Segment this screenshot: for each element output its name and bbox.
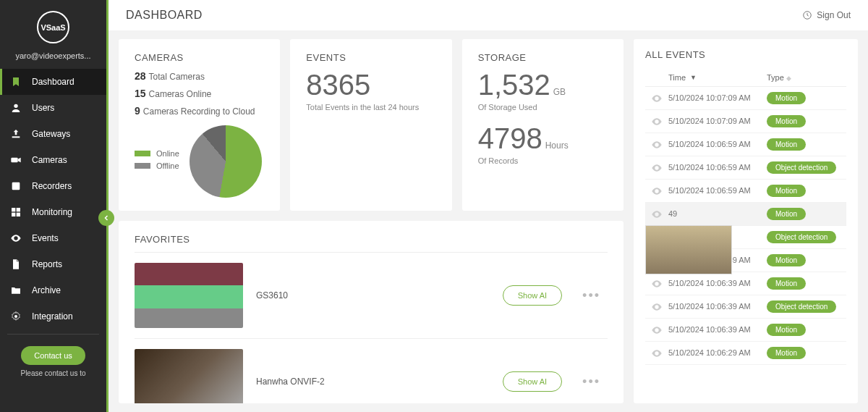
nav-label: Cameras — [32, 155, 67, 165]
events-card: EVENTS 8365 Total Events in the last 24 … — [290, 39, 451, 211]
camera-thumbnail[interactable] — [135, 349, 243, 403]
file-icon — [10, 258, 22, 270]
event-time: 5/10/2024 10:06:29 AM — [668, 348, 767, 358]
svg-point-0 — [14, 104, 17, 108]
event-row[interactable]: 5/10/2024 10:07:09 AMMotion — [645, 110, 846, 133]
cameras-card-title: CAMERAS — [135, 52, 264, 63]
sidebar-item-cameras[interactable]: Cameras — [0, 147, 106, 173]
contact-us-button[interactable]: Contact us — [21, 346, 85, 365]
eye-icon — [645, 139, 668, 151]
sidebar-nav: DashboardUsersGatewaysCamerasRecordersMo… — [0, 69, 106, 329]
sidebar-item-reports[interactable]: Reports — [0, 251, 106, 277]
chevron-left-icon — [102, 214, 111, 222]
svg-rect-1 — [12, 136, 20, 138]
event-row[interactable]: 5/10/2024 10:06:59 AMMotion — [645, 180, 846, 203]
eye-icon — [645, 301, 668, 313]
nav-label: Users — [32, 103, 54, 113]
storage-hours-value: 4798 — [478, 122, 542, 154]
col-type-header[interactable]: Type ◆ — [767, 73, 846, 82]
total-cameras-label: Total Cameras — [149, 72, 205, 82]
more-options-icon[interactable]: ••• — [575, 374, 608, 390]
eye-icon — [10, 232, 22, 244]
eye-icon — [645, 162, 668, 174]
all-events-title: ALL EVENTS — [645, 49, 846, 60]
storage-card-title: STORAGE — [478, 52, 608, 63]
event-row[interactable]: 5/10/2024 10:06:29 AMMotion — [645, 342, 846, 365]
svg-point-9 — [14, 315, 17, 318]
eye-icon — [645, 116, 668, 127]
sidebar-item-events[interactable]: Events — [0, 225, 106, 251]
favorite-camera-name: Hanwha ONVIF-2 — [256, 377, 490, 387]
event-type-badge: Object detection — [767, 231, 836, 243]
event-row[interactable]: 5/10/2024 10:06:39 AMObject detection — [645, 295, 846, 319]
favorites-title: FAVORITES — [135, 234, 608, 245]
brand-logo: VSaaS — [0, 0, 106, 47]
svg-rect-2 — [11, 158, 17, 163]
user-email: yaro@videoexperts... — [0, 47, 106, 69]
sidebar-item-recorders[interactable]: Recorders — [0, 173, 106, 199]
event-time: 5/10/2024 10:06:39 AM — [668, 279, 767, 288]
favorite-row: Hanwha ONVIF-2Show AI••• — [135, 339, 608, 403]
sidebar-item-monitoring[interactable]: Monitoring — [0, 199, 106, 225]
event-row[interactable]: 5/10/2024 10:06:59 AMMotion — [645, 133, 846, 156]
user-icon — [10, 102, 22, 114]
event-type-badge: Motion — [767, 115, 806, 127]
event-type-badge: Object detection — [767, 161, 836, 174]
storage-size-unit: GB — [553, 87, 566, 97]
events-card-title: EVENTS — [306, 52, 435, 63]
show-ai-button[interactable]: Show AI — [503, 371, 562, 392]
camera-icon — [10, 154, 22, 166]
folder-icon — [10, 285, 22, 296]
show-ai-button[interactable]: Show AI — [503, 285, 562, 306]
nav-label: Events — [32, 233, 59, 243]
svg-rect-5 — [12, 208, 15, 211]
nav-label: Recorders — [32, 181, 72, 191]
event-row[interactable]: 5/10/2024 10:07:09 AMMotion — [645, 87, 846, 110]
brand-logo-circle: VSaaS — [37, 11, 69, 43]
sidebar-collapse-button[interactable] — [98, 210, 114, 226]
all-events-panel: ALL EVENTS Time ▼ Type ◆ 5/10/2024 10:07… — [634, 39, 858, 403]
event-time: 5/10/2024 10:07:09 AM — [668, 93, 767, 103]
sidebar-item-dashboard[interactable]: Dashboard — [0, 69, 106, 95]
sort-icon: ◆ — [786, 75, 791, 82]
sidebar-item-archive[interactable]: Archive — [0, 277, 106, 303]
event-row[interactable]: 5/10/2024 10:06:39 AMMotion — [645, 272, 846, 295]
event-time: 5/10/2024 10:06:39 AM — [668, 325, 767, 335]
camera-status-pie-chart — [190, 125, 262, 198]
event-type-badge: Motion — [767, 208, 806, 220]
event-type-badge: Motion — [767, 347, 806, 359]
sidebar: VSaaS yaro@videoexperts... DashboardUser… — [0, 0, 109, 412]
legend-offline-label: Offline — [156, 161, 179, 170]
event-row[interactable]: 5/10/2024 10:06:59 AMObject detection — [645, 156, 846, 180]
event-row[interactable]: 5/10/2024 10:06:39 AMMotion — [645, 319, 846, 342]
upload-icon — [10, 128, 22, 140]
contact-note: Please contact us to — [0, 369, 106, 377]
storage-size-value: 1,532 — [478, 69, 550, 101]
eye-icon — [645, 324, 668, 336]
event-time: 5/10/2024 10:07:09 AM — [668, 117, 767, 126]
pie-legend: Online Offline — [135, 149, 179, 174]
event-type-badge: Motion — [767, 277, 806, 290]
event-row[interactable]: 49Motion — [645, 203, 846, 226]
sidebar-item-gateways[interactable]: Gateways — [0, 121, 106, 147]
online-cameras-label: Cameras Online — [149, 89, 212, 99]
sign-out-link[interactable]: Sign Out — [802, 10, 851, 20]
nav-label: Dashboard — [32, 77, 75, 87]
event-type-badge: Motion — [767, 185, 806, 197]
col-time-header[interactable]: Time ▼ — [668, 73, 767, 82]
cloud-cameras-label: Cameras Recording to Cloud — [143, 106, 255, 117]
events-value: 8365 — [306, 70, 435, 99]
more-options-icon[interactable]: ••• — [575, 288, 608, 303]
main: DASHBOARD Sign Out CAMERAS 28Total Camer… — [109, 0, 868, 412]
sign-out-icon — [802, 10, 812, 20]
event-preview-thumbnail — [645, 225, 732, 274]
eye-icon — [645, 348, 668, 359]
sidebar-item-users[interactable]: Users — [0, 95, 106, 121]
legend-swatch-offline — [135, 163, 150, 169]
event-type-badge: Motion — [767, 92, 806, 104]
nav-label: Monitoring — [32, 207, 72, 217]
topbar: DASHBOARD Sign Out — [109, 0, 868, 30]
event-time: 5/10/2024 10:06:59 AM — [668, 186, 767, 196]
camera-thumbnail[interactable] — [135, 263, 243, 328]
sidebar-item-integration[interactable]: Integration — [0, 303, 106, 329]
